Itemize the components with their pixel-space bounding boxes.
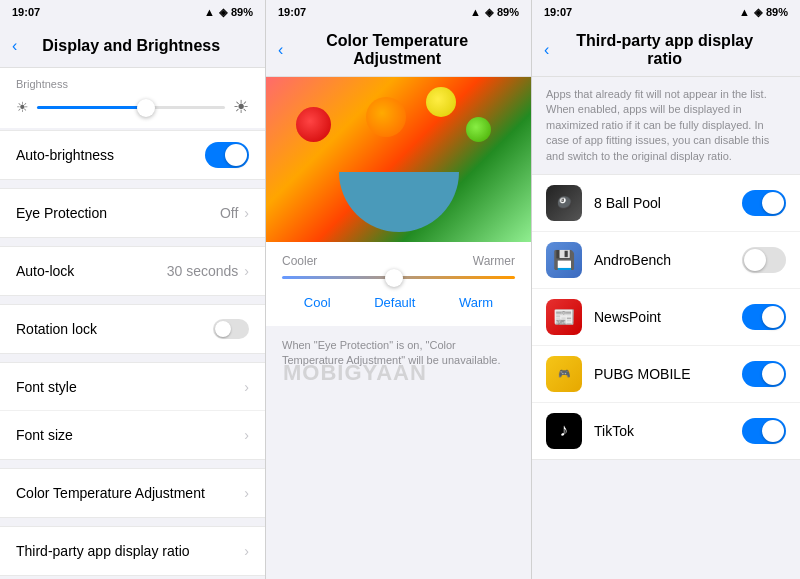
battery-text-r: 89% bbox=[766, 6, 788, 18]
toggle-knob-androbench bbox=[744, 249, 766, 271]
fruit-red bbox=[296, 107, 331, 142]
nav-title-right: Third-party app display ratio bbox=[557, 32, 772, 68]
brightness-row: ☀ ☀ bbox=[16, 96, 249, 118]
app-icon-newspoint: 📰 bbox=[546, 299, 582, 335]
left-panel: 19:07 ▲ ◈ 89% ‹ Display and Brightness B… bbox=[0, 0, 266, 579]
signal-icon-r: ▲ bbox=[739, 6, 750, 18]
brightness-low-icon: ☀ bbox=[16, 99, 29, 115]
settings-list-left: Brightness ☀ ☀ Auto-brightness E bbox=[0, 68, 265, 579]
preset-default[interactable]: Default bbox=[374, 295, 415, 310]
temp-slider-section: Cooler Warmer Cool Default Warm bbox=[266, 242, 531, 326]
status-bar-middle: 19:07 ▲ ◈ 89% bbox=[266, 0, 531, 24]
wifi-icon: ◈ bbox=[219, 6, 227, 19]
settings-group-4: Rotation lock bbox=[0, 304, 265, 354]
nav-title-left: Display and Brightness bbox=[25, 37, 237, 55]
back-button-middle[interactable]: ‹ bbox=[278, 41, 283, 59]
wifi-icon-m: ◈ bbox=[485, 6, 493, 19]
toggle-androbench[interactable] bbox=[742, 247, 786, 273]
setting-auto-lock[interactable]: Auto-lock 30 seconds › bbox=[0, 247, 265, 295]
third-party-label: Third-party app display ratio bbox=[16, 543, 244, 559]
toggle-knob-pubg bbox=[762, 363, 784, 385]
nav-header-middle: ‹ Color Temperature Adjustment bbox=[266, 24, 531, 77]
temp-slider-thumb[interactable] bbox=[385, 269, 403, 287]
setting-font-size[interactable]: Font size › bbox=[0, 411, 265, 459]
app-name-androbench: AndroBench bbox=[594, 252, 742, 268]
signal-icon-m: ▲ bbox=[470, 6, 481, 18]
settings-group-1: Auto-brightness bbox=[0, 130, 265, 180]
brightness-thumb[interactable] bbox=[137, 99, 155, 117]
auto-lock-value: 30 seconds bbox=[167, 263, 239, 279]
status-time-middle: 19:07 bbox=[278, 6, 306, 18]
fruit-orange bbox=[366, 97, 406, 137]
toggle-tiktok[interactable] bbox=[742, 418, 786, 444]
settings-group-3: Auto-lock 30 seconds › bbox=[0, 246, 265, 296]
chevron-font-size: › bbox=[244, 427, 249, 443]
setting-font-style[interactable]: Font style › bbox=[0, 363, 265, 411]
preset-cool[interactable]: Cool bbox=[304, 295, 331, 310]
app-row-androbench[interactable]: 💾 AndroBench bbox=[532, 232, 800, 289]
wifi-icon-r: ◈ bbox=[754, 6, 762, 19]
chevron-font-style: › bbox=[244, 379, 249, 395]
app-name-pubg: PUBG MOBILE bbox=[594, 366, 742, 382]
status-time-right: 19:07 bbox=[544, 6, 572, 18]
brightness-section: Brightness ☀ ☀ bbox=[0, 68, 265, 128]
chevron-auto-lock: › bbox=[244, 263, 249, 279]
setting-rotation-lock[interactable]: Rotation lock bbox=[0, 305, 265, 353]
toggle-knob-8ball bbox=[762, 192, 784, 214]
chevron-color-temp: › bbox=[244, 485, 249, 501]
app-row-newspoint[interactable]: 📰 NewsPoint bbox=[532, 289, 800, 346]
settings-group-7: Third-party app display ratio › bbox=[0, 526, 265, 576]
fruit-bowl bbox=[339, 172, 459, 232]
auto-brightness-toggle[interactable] bbox=[205, 142, 249, 168]
nav-header-right: ‹ Third-party app display ratio bbox=[532, 24, 800, 77]
brightness-high-icon: ☀ bbox=[233, 96, 249, 118]
font-size-label: Font size bbox=[16, 427, 244, 443]
preset-warm[interactable]: Warm bbox=[459, 295, 493, 310]
toggle-knob-tiktok bbox=[762, 420, 784, 442]
app-name-newspoint: NewsPoint bbox=[594, 309, 742, 325]
battery-text: 89% bbox=[231, 6, 253, 18]
fruit-image bbox=[266, 77, 531, 242]
back-button-right[interactable]: ‹ bbox=[544, 41, 549, 59]
settings-group-6: Color Temperature Adjustment › bbox=[0, 468, 265, 518]
color-temp-label: Color Temperature Adjustment bbox=[16, 485, 244, 501]
setting-eye-protection[interactable]: Eye Protection Off › bbox=[0, 189, 265, 237]
brightness-slider[interactable] bbox=[37, 106, 225, 109]
temp-slider-track[interactable] bbox=[282, 276, 515, 279]
status-icons-middle: ▲ ◈ 89% bbox=[470, 6, 519, 19]
cooler-label: Cooler bbox=[282, 254, 317, 268]
setting-third-party[interactable]: Third-party app display ratio › bbox=[0, 527, 265, 575]
toggle-newspoint[interactable] bbox=[742, 304, 786, 330]
signal-icon: ▲ bbox=[204, 6, 215, 18]
setting-auto-brightness[interactable]: Auto-brightness bbox=[0, 131, 265, 179]
eye-protection-label: Eye Protection bbox=[16, 205, 220, 221]
toggle-8ball[interactable] bbox=[742, 190, 786, 216]
rotation-lock-toggle[interactable] bbox=[213, 319, 249, 339]
right-description: Apps that already fit will not appear in… bbox=[532, 77, 800, 174]
chevron-eye-protection: › bbox=[244, 205, 249, 221]
status-bar-left: 19:07 ▲ ◈ 89% bbox=[0, 0, 265, 24]
temp-presets: Cool Default Warm bbox=[282, 287, 515, 314]
fruit-yellow bbox=[426, 87, 456, 117]
chevron-third-party: › bbox=[244, 543, 249, 559]
app-list: 🎱 8 Ball Pool 💾 AndroBench 📰 NewsPoint 🎮… bbox=[532, 174, 800, 460]
nav-header-left: ‹ Display and Brightness bbox=[0, 24, 265, 68]
app-row-tiktok[interactable]: ♪ TikTok bbox=[532, 403, 800, 459]
app-row-pubg[interactable]: 🎮 PUBG MOBILE bbox=[532, 346, 800, 403]
back-button-left[interactable]: ‹ bbox=[12, 37, 17, 55]
setting-color-temp[interactable]: Color Temperature Adjustment › bbox=[0, 469, 265, 517]
app-row-8ball[interactable]: 🎱 8 Ball Pool bbox=[532, 175, 800, 232]
app-icon-8ball: 🎱 bbox=[546, 185, 582, 221]
app-icon-androbench: 💾 bbox=[546, 242, 582, 278]
middle-panel: 19:07 ▲ ◈ 89% ‹ Color Temperature Adjust… bbox=[266, 0, 532, 579]
fruit-green bbox=[466, 117, 491, 142]
app-name-8ball: 8 Ball Pool bbox=[594, 195, 742, 211]
app-icon-tiktok: ♪ bbox=[546, 413, 582, 449]
toggle-small-knob bbox=[215, 321, 231, 337]
toggle-pubg[interactable] bbox=[742, 361, 786, 387]
settings-group-5: Font style › Font size › bbox=[0, 362, 265, 460]
status-bar-right: 19:07 ▲ ◈ 89% bbox=[532, 0, 800, 24]
toggle-knob-newspoint bbox=[762, 306, 784, 328]
nav-title-middle: Color Temperature Adjustment bbox=[291, 32, 503, 68]
status-time-left: 19:07 bbox=[12, 6, 40, 18]
